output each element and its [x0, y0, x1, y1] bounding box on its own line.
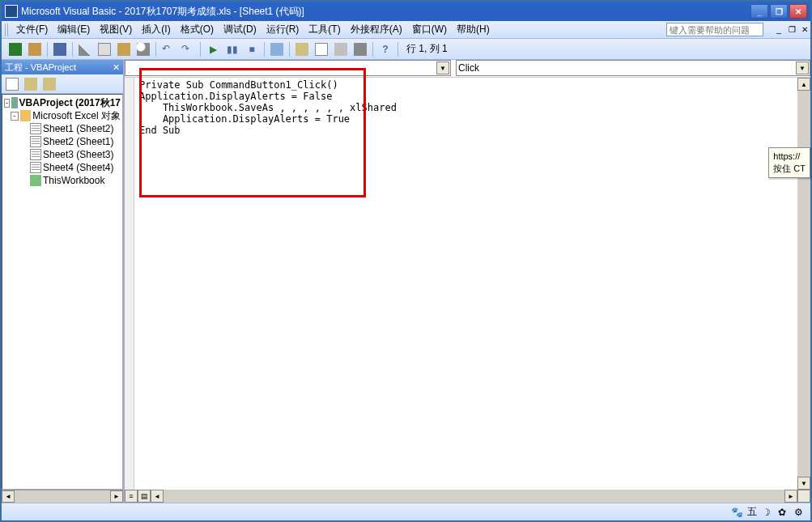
- menu-file[interactable]: 文件(F): [11, 21, 53, 38]
- object-browser-button[interactable]: [332, 40, 350, 58]
- project-explorer: 工程 - VBAProject ✕ - VBAProject (2017秋17 …: [2, 60, 125, 503]
- statusbar: 🐾 五 ☽ ✿ ⚙: [2, 503, 810, 520]
- project-explorer-button[interactable]: [293, 40, 311, 58]
- expand-icon[interactable]: -: [11, 112, 19, 121]
- procedure-view-button[interactable]: ≡: [125, 490, 138, 503]
- menu-view[interactable]: 视图(V): [95, 21, 137, 38]
- folder-icon: [20, 110, 31, 121]
- menu-format[interactable]: 格式(O): [176, 21, 219, 38]
- scroll-right-button[interactable]: ►: [784, 490, 797, 503]
- project-icon: [11, 97, 18, 108]
- reset-button[interactable]: ■: [243, 40, 261, 58]
- menu-insert[interactable]: 插入(I): [137, 21, 175, 38]
- worksheet-icon: [30, 136, 41, 147]
- menubar: 文件(F) 编辑(E) 视图(V) 插入(I) 格式(O) 调试(D) 运行(R…: [2, 21, 810, 39]
- code-pane: ▼ Click ▼ Private Sub CommandButton1_Cli…: [125, 60, 810, 503]
- expand-icon[interactable]: -: [4, 99, 10, 108]
- tree-project-root[interactable]: - VBAProject (2017秋17: [2, 96, 122, 109]
- tree-excel-folder[interactable]: - Microsoft Excel 对象: [2, 109, 122, 122]
- menu-run[interactable]: 运行(R): [261, 21, 304, 38]
- scroll-up-button[interactable]: ▲: [797, 78, 810, 91]
- menu-edit[interactable]: 编辑(E): [53, 21, 95, 38]
- code-editor[interactable]: Private Sub CommandButton1_Click() Appli…: [134, 78, 797, 490]
- cut-button[interactable]: [76, 40, 94, 58]
- link-tooltip: https:// 按住 CT: [768, 147, 810, 178]
- redo-button[interactable]: ↷: [179, 40, 197, 58]
- menu-window[interactable]: 窗口(W): [407, 21, 452, 38]
- tree-sheet-item[interactable]: Sheet2 (Sheet1): [2, 135, 122, 148]
- project-explorer-title: 工程 - VBAProject ✕: [2, 60, 123, 74]
- minimize-button[interactable]: _: [750, 4, 768, 19]
- save-button[interactable]: [51, 40, 69, 58]
- toolbar-grip[interactable]: [5, 23, 10, 36]
- toolbox-button[interactable]: [351, 40, 369, 58]
- find-button[interactable]: [134, 40, 152, 58]
- menu-addins[interactable]: 外接程序(A): [346, 21, 407, 38]
- scroll-right-button[interactable]: ►: [110, 490, 123, 503]
- help-button[interactable]: ?: [376, 40, 394, 58]
- doc-close-button[interactable]: ✕: [799, 24, 810, 36]
- gear-icon[interactable]: ⚙: [794, 507, 806, 518]
- help-search-input[interactable]: [666, 23, 763, 36]
- menu-debug[interactable]: 调试(D): [219, 21, 261, 38]
- tree-workbook-item[interactable]: ThisWorkbook: [2, 174, 122, 187]
- fan-icon[interactable]: ✿: [778, 507, 789, 518]
- titlebar: Microsoft Visual Basic - 2017秋1707期考成绩.x…: [2, 2, 810, 21]
- project-tree[interactable]: - VBAProject (2017秋17 - Microsoft Excel …: [2, 94, 123, 490]
- horizontal-scrollbar[interactable]: ≡ ▤ ◄ ►: [125, 490, 810, 503]
- undo-button[interactable]: ↶: [159, 40, 177, 58]
- scroll-left-button[interactable]: ◄: [2, 490, 15, 503]
- moon-icon[interactable]: ☽: [762, 507, 773, 518]
- project-explorer-close-button[interactable]: ✕: [113, 62, 120, 73]
- paste-button[interactable]: [115, 40, 133, 58]
- doc-minimize-button[interactable]: _: [773, 24, 784, 36]
- tree-sheet-item[interactable]: Sheet4 (Sheet4): [2, 161, 122, 174]
- view-excel-button[interactable]: [6, 40, 24, 58]
- chevron-down-icon[interactable]: ▼: [796, 62, 809, 74]
- app-icon: [5, 5, 18, 18]
- break-button[interactable]: ▮▮: [223, 40, 241, 58]
- copy-button[interactable]: [96, 40, 113, 58]
- chevron-down-icon[interactable]: ▼: [436, 62, 449, 74]
- ime-label[interactable]: 五: [747, 505, 757, 519]
- doc-restore-button[interactable]: ❐: [786, 24, 797, 36]
- project-hscrollbar[interactable]: ◄ ►: [2, 490, 123, 503]
- vertical-scrollbar[interactable]: ▲ ▼: [797, 78, 810, 490]
- worksheet-icon: [30, 162, 41, 173]
- project-toolbar: [2, 74, 123, 94]
- close-button[interactable]: ✕: [789, 4, 807, 19]
- ime-icon[interactable]: 🐾: [731, 507, 742, 518]
- insert-module-button[interactable]: [26, 40, 44, 58]
- view-code-button[interactable]: [3, 75, 21, 93]
- menu-help[interactable]: 帮助(H): [452, 21, 495, 38]
- properties-button[interactable]: [312, 40, 330, 58]
- procedure-dropdown[interactable]: Click ▼: [456, 60, 810, 76]
- maximize-button[interactable]: ❐: [770, 4, 788, 19]
- resize-grip[interactable]: [797, 490, 810, 503]
- run-button[interactable]: ▶: [204, 40, 222, 58]
- worksheet-icon: [30, 149, 41, 160]
- object-dropdown[interactable]: ▼: [125, 60, 451, 76]
- scroll-down-button[interactable]: ▼: [797, 477, 810, 490]
- code-margin[interactable]: [125, 78, 134, 490]
- scroll-left-button[interactable]: ◄: [151, 490, 164, 503]
- cursor-position-status: 行 1, 列 1: [402, 42, 453, 56]
- tree-sheet-item[interactable]: Sheet1 (Sheet2): [2, 122, 122, 135]
- workbook-icon: [30, 175, 41, 186]
- full-module-view-button[interactable]: ▤: [138, 490, 151, 503]
- window-title: Microsoft Visual Basic - 2017秋1707期考成绩.x…: [21, 5, 750, 19]
- toggle-folders-button[interactable]: [40, 75, 58, 93]
- worksheet-icon: [30, 123, 41, 134]
- view-object-button[interactable]: [22, 75, 40, 93]
- tree-sheet-item[interactable]: Sheet3 (Sheet3): [2, 148, 122, 161]
- main-toolbar: ↶ ↷ ▶ ▮▮ ■ ? 行 1, 列 1: [2, 39, 810, 60]
- menu-tools[interactable]: 工具(T): [304, 21, 345, 38]
- design-mode-button[interactable]: [268, 40, 286, 58]
